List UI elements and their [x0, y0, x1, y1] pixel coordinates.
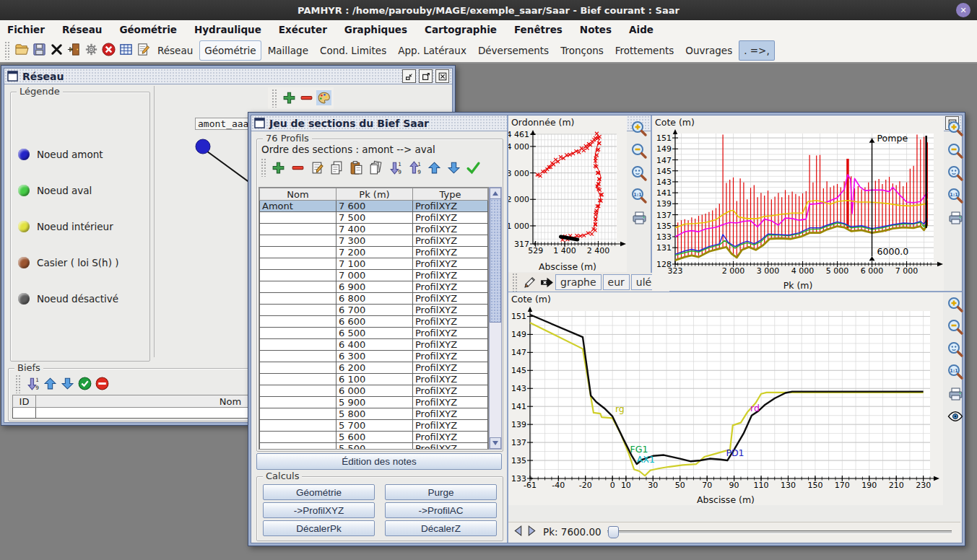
- biefs-toolbar-handle[interactable]: [15, 375, 22, 393]
- next-profile-icon[interactable]: [525, 524, 539, 540]
- zoom-1-1-icon[interactable]: 1:1: [630, 187, 648, 204]
- section-row[interactable]: 6 500ProfilXYZ: [260, 328, 488, 339]
- print-icon[interactable]: [947, 385, 964, 403]
- zoom-1-1-icon[interactable]: 1:1: [947, 363, 964, 380]
- legend-splitter[interactable]: [154, 86, 155, 357]
- move-down-icon[interactable]: [445, 159, 462, 176]
- section-row[interactable]: 5 500ProfilXYZ: [260, 443, 488, 450]
- enable-check-icon[interactable]: [76, 375, 93, 392]
- scrollbar-thumb[interactable]: [490, 198, 501, 323]
- edit-icon[interactable]: [308, 159, 326, 176]
- section-row[interactable]: 6 800ProfilXYZ: [260, 293, 488, 305]
- calcul-button[interactable]: Géométrie: [263, 484, 375, 500]
- close-x-icon[interactable]: [48, 41, 65, 58]
- calcul-button[interactable]: DécalerZ: [385, 520, 497, 536]
- save-icon[interactable]: [30, 41, 48, 58]
- move-down-icon[interactable]: [58, 375, 76, 392]
- calcul-button[interactable]: ->ProfilXYZ: [263, 502, 375, 518]
- settings-gear-icon[interactable]: [82, 41, 100, 58]
- section-row[interactable]: 6 300ProfilXYZ: [260, 351, 488, 362]
- menu-item[interactable]: Géométrie: [119, 24, 177, 35]
- folder-open-icon[interactable]: [13, 41, 30, 58]
- palette-icon[interactable]: [315, 89, 332, 106]
- section-row[interactable]: 7 200ProfilXYZ: [260, 247, 488, 258]
- cross-section-chart[interactable]: -61-40-200103050709011013015017019021023…: [508, 305, 942, 491]
- section-row[interactable]: 7 000ProfilXYZ: [260, 270, 488, 281]
- toolbar-button[interactable]: Géométrie: [200, 41, 260, 60]
- maximize-icon[interactable]: [419, 69, 433, 83]
- section-row[interactable]: 6 000ProfilXYZ: [260, 385, 488, 397]
- zoom-fit-icon[interactable]: [947, 165, 964, 182]
- previous-profile-icon[interactable]: [511, 524, 525, 540]
- add-icon[interactable]: [280, 89, 298, 106]
- menu-item[interactable]: Exécuter: [279, 24, 327, 35]
- calcul-button[interactable]: Purge: [385, 484, 497, 500]
- menu-item[interactable]: Cartographie: [425, 24, 497, 35]
- section-row[interactable]: 5 900ProfilXYZ: [260, 397, 488, 408]
- stop-icon[interactable]: [100, 41, 117, 58]
- grid-table-icon[interactable]: [117, 41, 134, 58]
- biefs-col-id[interactable]: ID: [13, 395, 36, 408]
- section-row[interactable]: 6 200ProfilXYZ: [260, 362, 488, 374]
- longitudinal-chart[interactable]: 3232 0003 0004 0005 0006 0007 0001511491…: [652, 128, 944, 276]
- move-up-icon[interactable]: [425, 159, 443, 176]
- scroll-up-icon[interactable]: [490, 188, 501, 199]
- move-up-icon[interactable]: [41, 375, 58, 392]
- reseau-window-titlebar[interactable]: Réseau: [4, 69, 452, 84]
- zoom-out-icon[interactable]: [947, 142, 964, 159]
- profils-toolbar-handle[interactable]: [261, 158, 267, 177]
- section-row[interactable]: 7 500ProfilXYZ: [260, 212, 488, 224]
- section-row[interactable]: 6 600ProfilXYZ: [260, 316, 488, 328]
- menu-item[interactable]: Fenêtres: [514, 24, 563, 35]
- toolbar-button[interactable]: . =>,: [739, 41, 774, 60]
- toolbar-button[interactable]: Tronçons: [556, 41, 608, 60]
- zoom-in-icon[interactable]: [947, 296, 964, 313]
- menu-item[interactable]: Graphiques: [344, 24, 407, 35]
- zoom-in-icon[interactable]: [947, 120, 964, 137]
- close-icon[interactable]: [435, 69, 449, 83]
- disable-minus-icon[interactable]: [93, 375, 110, 392]
- toolbar-button[interactable]: Cond. Limites: [316, 41, 391, 60]
- section-row[interactable]: 6 900ProfilXYZ: [260, 281, 488, 293]
- sheets-icon[interactable]: [367, 159, 384, 176]
- menu-item[interactable]: Aide: [629, 24, 653, 35]
- calcul-button[interactable]: ->ProfilAC: [385, 502, 497, 518]
- add-icon[interactable]: [269, 159, 287, 176]
- zoom-fit-icon[interactable]: [947, 341, 964, 358]
- section-row[interactable]: 6 400ProfilXYZ: [260, 339, 488, 351]
- section-row[interactable]: 6 100ProfilXYZ: [260, 374, 488, 385]
- edit-notes-button[interactable]: Édition des notes: [256, 453, 502, 470]
- print-icon[interactable]: [947, 209, 964, 227]
- edit-note-icon[interactable]: [134, 41, 152, 58]
- toolbar-button[interactable]: Ouvrages: [681, 41, 737, 60]
- print-icon[interactable]: [630, 209, 648, 227]
- zoom-out-icon[interactable]: [630, 142, 648, 159]
- toolbar-drag-handle[interactable]: [4, 41, 11, 60]
- tabs-drag-handle[interactable]: [512, 273, 518, 292]
- toolbar-button[interactable]: App. Latéraux: [394, 41, 471, 60]
- eye-icon[interactable]: [947, 408, 964, 425]
- arrow-x-icon[interactable]: [538, 274, 555, 291]
- sort-desc-icon[interactable]: 19: [24, 375, 41, 392]
- validate-icon[interactable]: [464, 159, 482, 176]
- plot-tab[interactable]: graphe: [555, 274, 602, 290]
- zoom-out-icon[interactable]: [947, 318, 964, 336]
- pk-slider-handle[interactable]: [608, 526, 619, 538]
- toolbar-button[interactable]: Réseau: [153, 41, 197, 60]
- section-row[interactable]: 6 700ProfilXYZ: [260, 305, 488, 316]
- section-row[interactable]: 7 100ProfilXYZ: [260, 258, 488, 270]
- sections-scrollbar[interactable]: [489, 187, 502, 450]
- toolbar-button[interactable]: Maillage: [264, 41, 313, 60]
- col-type[interactable]: Type: [413, 188, 488, 201]
- section-row[interactable]: Amont7 600ProfilXYZ: [260, 201, 488, 212]
- plot-tab[interactable]: eur: [603, 274, 630, 290]
- zoom-in-icon[interactable]: [630, 120, 648, 137]
- remove-icon[interactable]: [289, 159, 306, 176]
- sort-asc-icon[interactable]: 19: [406, 159, 423, 176]
- copy-icon[interactable]: [328, 159, 345, 176]
- sections-table[interactable]: Nom Pk (m) Type Amont7 600ProfilXYZ 7 50…: [259, 188, 488, 450]
- pencil2-icon[interactable]: [521, 274, 538, 291]
- exit-door-icon[interactable]: [65, 41, 82, 58]
- calcul-button[interactable]: DécalerPk: [263, 520, 375, 536]
- section-row[interactable]: 5 800ProfilXYZ: [260, 408, 488, 420]
